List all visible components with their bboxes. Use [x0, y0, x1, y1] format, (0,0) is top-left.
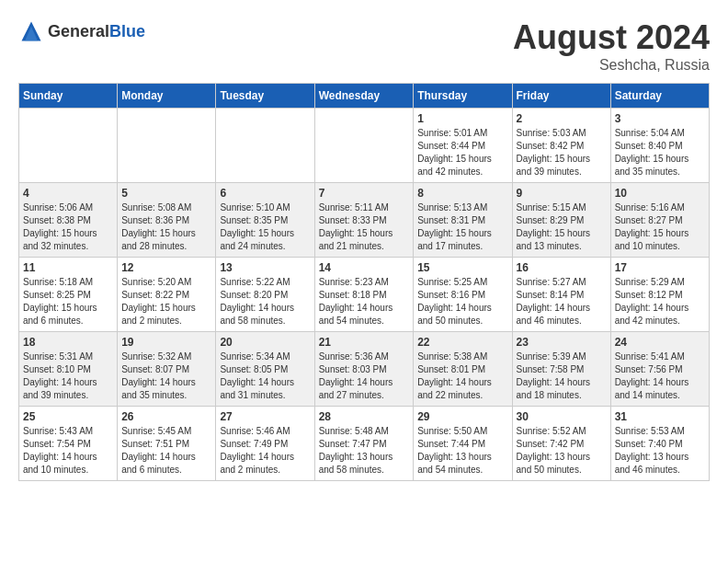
day-number: 22: [417, 336, 507, 349]
calendar-day-cell: [314, 109, 414, 183]
title-block: August 2024 Seshcha, Russia: [513, 18, 710, 74]
day-info: Sunrise: 5:29 AM Sunset: 8:12 PM Dayligh…: [615, 276, 705, 327]
day-of-week-tuesday: Tuesday: [216, 84, 314, 109]
day-info: Sunrise: 5:43 AM Sunset: 7:54 PM Dayligh…: [23, 425, 113, 477]
day-number: 11: [23, 261, 113, 274]
day-number: 25: [23, 410, 113, 423]
day-number: 1: [417, 112, 507, 125]
day-number: 4: [23, 187, 113, 200]
day-info: Sunrise: 5:08 AM Sunset: 8:36 PM Dayligh…: [121, 201, 211, 253]
day-of-week-saturday: Saturday: [610, 84, 709, 109]
calendar-week-row: 11Sunrise: 5:18 AM Sunset: 8:25 PM Dayli…: [19, 258, 710, 332]
calendar-header: SundayMondayTuesdayWednesdayThursdayFrid…: [19, 84, 710, 109]
calendar-day-cell: 9Sunrise: 5:15 AM Sunset: 8:29 PM Daylig…: [512, 183, 610, 258]
day-info: Sunrise: 5:16 AM Sunset: 8:27 PM Dayligh…: [615, 201, 705, 253]
calendar-day-cell: 23Sunrise: 5:39 AM Sunset: 7:58 PM Dayli…: [512, 332, 610, 407]
day-number: 29: [417, 410, 507, 423]
day-number: 21: [319, 336, 410, 349]
day-of-week-monday: Monday: [118, 84, 216, 109]
calendar-day-cell: 29Sunrise: 5:50 AM Sunset: 7:44 PM Dayli…: [414, 407, 512, 481]
day-number: 23: [517, 336, 607, 349]
day-number: 14: [319, 261, 410, 274]
calendar-day-cell: 27Sunrise: 5:46 AM Sunset: 7:49 PM Dayli…: [216, 407, 314, 481]
day-of-week-sunday: Sunday: [19, 84, 118, 109]
day-number: 30: [517, 410, 607, 423]
day-info: Sunrise: 5:13 AM Sunset: 8:31 PM Dayligh…: [417, 201, 507, 253]
day-number: 6: [220, 187, 310, 200]
day-number: 8: [417, 187, 507, 200]
calendar-day-cell: [118, 109, 216, 183]
calendar-day-cell: 10Sunrise: 5:16 AM Sunset: 8:27 PM Dayli…: [610, 183, 709, 258]
day-number: 16: [517, 261, 607, 274]
calendar-day-cell: 21Sunrise: 5:36 AM Sunset: 8:03 PM Dayli…: [314, 332, 414, 407]
calendar-day-cell: 17Sunrise: 5:29 AM Sunset: 8:12 PM Dayli…: [610, 258, 709, 332]
calendar-day-cell: 2Sunrise: 5:03 AM Sunset: 8:42 PM Daylig…: [512, 109, 610, 183]
calendar-day-cell: 8Sunrise: 5:13 AM Sunset: 8:31 PM Daylig…: [414, 183, 512, 258]
day-of-week-wednesday: Wednesday: [314, 84, 414, 109]
day-number: 7: [319, 187, 410, 200]
calendar-week-row: 4Sunrise: 5:06 AM Sunset: 8:38 PM Daylig…: [19, 183, 710, 258]
day-info: Sunrise: 5:46 AM Sunset: 7:49 PM Dayligh…: [220, 425, 310, 477]
day-info: Sunrise: 5:22 AM Sunset: 8:20 PM Dayligh…: [220, 276, 310, 327]
calendar-week-row: 1Sunrise: 5:01 AM Sunset: 8:44 PM Daylig…: [19, 109, 710, 183]
calendar-day-cell: [19, 109, 118, 183]
day-number: 31: [615, 410, 705, 423]
calendar-table: SundayMondayTuesdayWednesdayThursdayFrid…: [18, 83, 710, 481]
days-of-week-row: SundayMondayTuesdayWednesdayThursdayFrid…: [19, 84, 710, 109]
calendar-day-cell: 20Sunrise: 5:34 AM Sunset: 8:05 PM Dayli…: [216, 332, 314, 407]
calendar-day-cell: 26Sunrise: 5:45 AM Sunset: 7:51 PM Dayli…: [118, 407, 216, 481]
calendar-day-cell: 19Sunrise: 5:32 AM Sunset: 8:07 PM Dayli…: [118, 332, 216, 407]
day-of-week-thursday: Thursday: [414, 84, 512, 109]
day-number: 13: [220, 261, 310, 274]
calendar-day-cell: 3Sunrise: 5:04 AM Sunset: 8:40 PM Daylig…: [610, 109, 709, 183]
day-info: Sunrise: 5:27 AM Sunset: 8:14 PM Dayligh…: [517, 276, 607, 327]
calendar-day-cell: 6Sunrise: 5:10 AM Sunset: 8:35 PM Daylig…: [216, 183, 314, 258]
generalblue-logo-icon: [18, 18, 44, 44]
day-info: Sunrise: 5:06 AM Sunset: 8:38 PM Dayligh…: [23, 201, 113, 253]
calendar-day-cell: 7Sunrise: 5:11 AM Sunset: 8:33 PM Daylig…: [314, 183, 414, 258]
calendar-day-cell: 30Sunrise: 5:52 AM Sunset: 7:42 PM Dayli…: [512, 407, 610, 481]
day-number: 27: [220, 410, 310, 423]
day-number: 28: [319, 410, 410, 423]
day-number: 18: [23, 336, 113, 349]
day-info: Sunrise: 5:31 AM Sunset: 8:10 PM Dayligh…: [23, 350, 113, 402]
month-year: August 2024: [513, 18, 710, 57]
day-info: Sunrise: 5:52 AM Sunset: 7:42 PM Dayligh…: [517, 425, 607, 477]
calendar-day-cell: 4Sunrise: 5:06 AM Sunset: 8:38 PM Daylig…: [19, 183, 118, 258]
calendar-body: 1Sunrise: 5:01 AM Sunset: 8:44 PM Daylig…: [19, 109, 710, 481]
logo-general: General: [48, 22, 109, 40]
calendar-day-cell: 15Sunrise: 5:25 AM Sunset: 8:16 PM Dayli…: [414, 258, 512, 332]
logo: GeneralBlue: [18, 18, 145, 44]
day-info: Sunrise: 5:15 AM Sunset: 8:29 PM Dayligh…: [517, 201, 607, 253]
day-info: Sunrise: 5:34 AM Sunset: 8:05 PM Dayligh…: [220, 350, 310, 402]
calendar-week-row: 18Sunrise: 5:31 AM Sunset: 8:10 PM Dayli…: [19, 332, 710, 407]
calendar-day-cell: 22Sunrise: 5:38 AM Sunset: 8:01 PM Dayli…: [414, 332, 512, 407]
logo-text: GeneralBlue: [48, 22, 145, 41]
day-info: Sunrise: 5:25 AM Sunset: 8:16 PM Dayligh…: [417, 276, 507, 327]
calendar-day-cell: 11Sunrise: 5:18 AM Sunset: 8:25 PM Dayli…: [19, 258, 118, 332]
calendar-day-cell: 16Sunrise: 5:27 AM Sunset: 8:14 PM Dayli…: [512, 258, 610, 332]
calendar-day-cell: 25Sunrise: 5:43 AM Sunset: 7:54 PM Dayli…: [19, 407, 118, 481]
calendar-day-cell: 13Sunrise: 5:22 AM Sunset: 8:20 PM Dayli…: [216, 258, 314, 332]
location: Seshcha, Russia: [513, 57, 710, 74]
day-number: 17: [615, 261, 705, 274]
day-info: Sunrise: 5:11 AM Sunset: 8:33 PM Dayligh…: [319, 201, 410, 253]
day-info: Sunrise: 5:10 AM Sunset: 8:35 PM Dayligh…: [220, 201, 310, 253]
day-of-week-friday: Friday: [512, 84, 610, 109]
day-info: Sunrise: 5:36 AM Sunset: 8:03 PM Dayligh…: [319, 350, 410, 402]
day-number: 26: [121, 410, 211, 423]
page-header: GeneralBlue August 2024 Seshcha, Russia: [18, 18, 710, 74]
day-number: 3: [615, 112, 705, 125]
day-number: 20: [220, 336, 310, 349]
day-info: Sunrise: 5:23 AM Sunset: 8:18 PM Dayligh…: [319, 276, 410, 327]
day-number: 12: [121, 261, 211, 274]
calendar-day-cell: 28Sunrise: 5:48 AM Sunset: 7:47 PM Dayli…: [314, 407, 414, 481]
day-number: 24: [615, 336, 705, 349]
day-number: 5: [121, 187, 211, 200]
day-number: 15: [417, 261, 507, 274]
calendar-day-cell: 31Sunrise: 5:53 AM Sunset: 7:40 PM Dayli…: [610, 407, 709, 481]
day-info: Sunrise: 5:18 AM Sunset: 8:25 PM Dayligh…: [23, 276, 113, 327]
day-number: 9: [517, 187, 607, 200]
day-info: Sunrise: 5:38 AM Sunset: 8:01 PM Dayligh…: [417, 350, 507, 402]
calendar-day-cell: 24Sunrise: 5:41 AM Sunset: 7:56 PM Dayli…: [610, 332, 709, 407]
